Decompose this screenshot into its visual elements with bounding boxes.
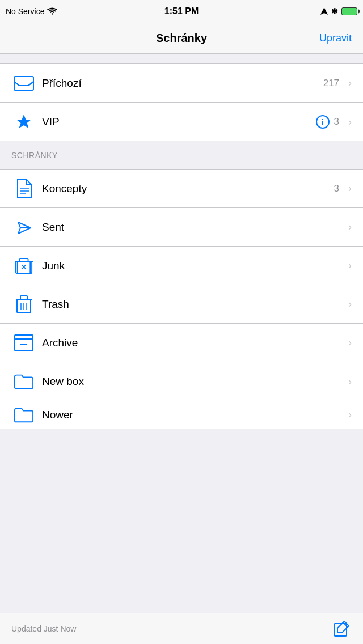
sent-info: › <box>348 221 352 233</box>
partial-info: › <box>348 409 352 421</box>
section-header-schranky: SCHRÁNKY <box>0 141 363 170</box>
top-gap <box>0 54 363 64</box>
location-icon <box>320 7 328 15</box>
footer-bar: Updated Just Now <box>0 613 363 644</box>
draft-icon <box>11 179 36 198</box>
trash-icon <box>11 295 36 314</box>
status-time: 1:51 PM <box>96 6 267 16</box>
archive-label: Archive <box>42 337 348 349</box>
junk-info: › <box>348 260 352 272</box>
trash-label: Trash <box>42 298 348 311</box>
compose-button[interactable] <box>331 618 352 639</box>
sent-icon <box>11 219 36 236</box>
archive-info: › <box>348 337 352 349</box>
inbox-chevron: › <box>348 77 352 89</box>
inbox-label: Příchozí <box>42 77 323 90</box>
archive-chevron: › <box>348 337 352 349</box>
status-left: No Service <box>6 7 96 16</box>
sent-label: Sent <box>42 221 348 234</box>
edit-button[interactable]: Upravit <box>312 32 352 44</box>
footer-status: Updated Just Now <box>11 624 76 633</box>
archive-row[interactable]: Archive › <box>0 324 363 362</box>
mailbox-list-group: Koncepty 3 › Sent › <box>0 170 363 401</box>
main-content: Příchozí 217 › VIP i 3 › SCHRÁNKY <box>0 54 363 460</box>
folder-icon <box>11 374 36 389</box>
battery-icon <box>341 7 357 15</box>
section-header-label: SCHRÁNKY <box>11 151 58 160</box>
info-icon[interactable]: i <box>316 115 330 129</box>
top-list-group: Příchozí 217 › VIP i 3 › <box>0 64 363 141</box>
newbox-info: › <box>348 376 352 388</box>
sent-row[interactable]: Sent › <box>0 208 363 247</box>
status-right: ✱ <box>267 7 357 16</box>
vip-label: VIP <box>42 116 316 128</box>
trash-row[interactable]: Trash › <box>0 285 363 324</box>
inbox-row[interactable]: Příchozí 217 › <box>0 64 363 103</box>
page-title: Schránky <box>51 32 312 45</box>
sent-chevron: › <box>348 221 352 233</box>
vip-badge: 3 <box>334 116 339 128</box>
junk-label: Junk <box>42 260 348 272</box>
svg-rect-19 <box>15 339 33 351</box>
svg-rect-15 <box>20 296 27 299</box>
bluetooth-icon: ✱ <box>331 7 338 16</box>
inbox-icon <box>11 75 36 91</box>
carrier-label: No Service <box>6 7 44 16</box>
vip-chevron: › <box>348 116 352 128</box>
partial-folder-icon <box>11 407 36 423</box>
newbox-chevron: › <box>348 376 352 388</box>
svg-marker-1 <box>16 115 31 128</box>
inbox-info: 217 › <box>323 77 352 89</box>
drafts-info: 3 › <box>334 183 352 194</box>
trash-chevron: › <box>348 298 352 310</box>
drafts-row[interactable]: Koncepty 3 › <box>0 170 363 208</box>
junk-icon <box>11 257 36 275</box>
junk-row[interactable]: Junk › <box>0 247 363 285</box>
inbox-badge: 217 <box>323 78 339 89</box>
vip-row[interactable]: VIP i 3 › <box>0 103 363 141</box>
vip-info: i 3 › <box>316 115 352 129</box>
nav-bar: Schránky Upravit <box>0 23 363 54</box>
drafts-label: Koncepty <box>42 183 334 195</box>
drafts-chevron: › <box>348 183 352 194</box>
archive-icon <box>11 334 36 351</box>
drafts-badge: 3 <box>334 183 339 194</box>
partial-row[interactable]: Nower › <box>0 401 363 429</box>
newbox-label: New box <box>42 375 348 388</box>
wifi-icon <box>47 7 57 15</box>
partial-label: Nower <box>42 409 348 421</box>
junk-chevron: › <box>348 260 352 272</box>
star-icon <box>11 113 36 130</box>
newbox-row[interactable]: New box › <box>0 362 363 401</box>
trash-info: › <box>348 298 352 310</box>
partial-chevron: › <box>348 409 352 421</box>
status-bar: No Service 1:51 PM ✱ <box>0 0 363 23</box>
